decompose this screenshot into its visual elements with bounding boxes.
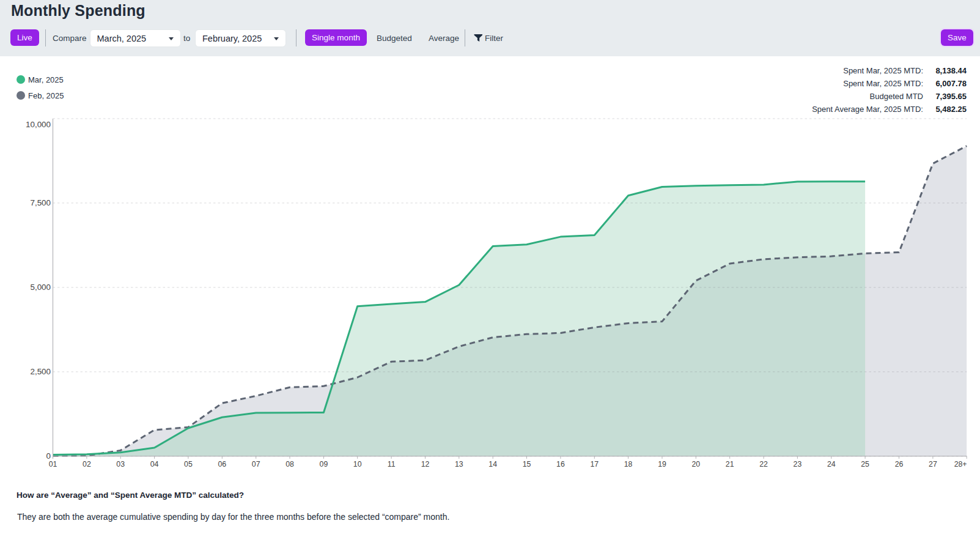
svg-text:01: 01 xyxy=(49,460,57,468)
svg-text:10,000: 10,000 xyxy=(26,120,51,129)
svg-text:25: 25 xyxy=(861,460,869,468)
svg-text:2,500: 2,500 xyxy=(30,367,51,376)
svg-text:13: 13 xyxy=(455,460,463,468)
svg-text:09: 09 xyxy=(320,460,328,468)
svg-text:17: 17 xyxy=(590,460,599,468)
svg-text:22: 22 xyxy=(759,460,768,468)
svg-text:07: 07 xyxy=(252,460,260,468)
svg-text:26: 26 xyxy=(895,460,904,468)
svg-text:28+: 28+ xyxy=(954,460,967,468)
svg-text:03: 03 xyxy=(116,460,125,468)
svg-text:27: 27 xyxy=(929,460,937,468)
svg-text:24: 24 xyxy=(827,460,836,468)
svg-text:21: 21 xyxy=(726,460,734,468)
svg-text:08: 08 xyxy=(286,460,294,468)
svg-text:10: 10 xyxy=(353,460,362,468)
svg-text:06: 06 xyxy=(218,460,226,468)
svg-text:11: 11 xyxy=(388,460,396,468)
svg-text:20: 20 xyxy=(691,460,700,468)
svg-text:04: 04 xyxy=(150,460,159,468)
svg-text:14: 14 xyxy=(488,460,497,468)
svg-text:05: 05 xyxy=(184,460,193,468)
svg-text:18: 18 xyxy=(624,460,633,468)
svg-text:16: 16 xyxy=(556,460,565,468)
svg-text:7,500: 7,500 xyxy=(30,198,51,207)
svg-text:02: 02 xyxy=(83,460,91,468)
svg-text:19: 19 xyxy=(658,460,666,468)
svg-text:23: 23 xyxy=(794,460,802,468)
svg-text:12: 12 xyxy=(421,460,430,468)
svg-text:15: 15 xyxy=(523,460,531,468)
svg-text:5,000: 5,000 xyxy=(30,283,51,292)
